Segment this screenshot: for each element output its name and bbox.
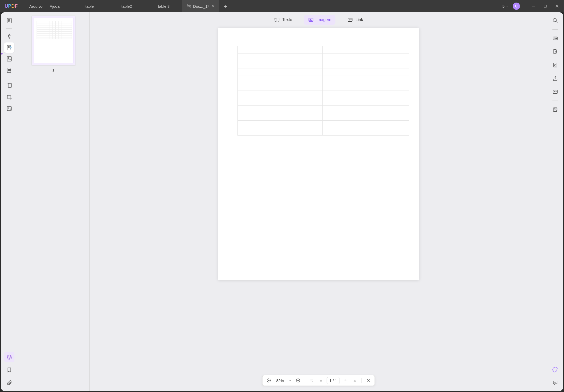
prev-page-button[interactable] [317,377,324,384]
tab-doc1[interactable]: Doc..._1* ✕ [182,0,219,12]
email-button[interactable] [551,87,560,96]
svg-rect-44 [553,90,558,94]
pagebar-separator [305,378,305,383]
edit-image-label: Imagem [317,17,331,22]
table-row [238,68,409,76]
layers-tool[interactable] [4,352,14,362]
thumbnail-panel: 1 [18,12,90,391]
bookmark-tool[interactable] [4,365,14,375]
svg-rect-47 [554,110,556,111]
annotate-tool[interactable] [4,31,14,41]
svg-text:OCR: OCR [554,38,558,39]
svg-rect-21 [8,83,11,87]
notifications-count: 5 [502,4,505,8]
menu-help[interactable]: Ajuda [46,4,63,8]
svg-line-38 [556,21,558,23]
table-row [238,46,409,54]
window-maximize-button[interactable] [540,2,550,10]
zoom-value: 82% [274,378,286,383]
last-page-button[interactable] [351,377,358,384]
document-table [237,46,409,136]
table-row [238,121,409,128]
svg-rect-22 [7,106,11,111]
pagebar-separator [362,378,362,383]
toolbar-separator [552,29,558,30]
edit-link-button[interactable]: Link [343,15,367,25]
zoom-in-button[interactable] [294,377,302,384]
form-tool[interactable] [4,54,14,64]
svg-rect-46 [554,108,556,109]
svg-rect-43 [554,65,556,66]
svg-rect-19 [8,69,11,70]
organize-tool[interactable] [4,81,14,91]
ocr-button[interactable]: OCR [551,34,560,43]
table-row [238,91,409,98]
svg-rect-41 [553,50,557,54]
tab-table3[interactable]: table 3 [145,0,182,12]
edit-text-label: Texto [282,17,292,22]
crop-tool[interactable] [4,92,14,102]
edit-text-button[interactable]: Texto [270,15,296,25]
zoom-out-button[interactable] [265,377,272,384]
titlebar: UPDF Arquivo Ajuda table table2 table 3 … [0,0,564,12]
menu-file[interactable]: Arquivo [26,4,46,8]
svg-point-37 [553,19,557,22]
tabs-container: table table2 table 3 Doc..._1* ✕ ＋ [71,0,232,12]
table-row [238,128,409,136]
tab-add-button[interactable]: ＋ [219,0,232,12]
user-avatar[interactable]: U [513,3,520,10]
edit-tool[interactable] [4,42,14,53]
window-minimize-button[interactable] [528,2,538,10]
thumbnail-page-1[interactable] [32,16,75,65]
table-row [238,113,409,121]
compress-tool[interactable] [4,103,14,114]
notifications-button[interactable]: 5 [500,3,511,10]
svg-rect-2 [544,5,546,7]
main-canvas: Texto Imagem Link [90,12,548,391]
tab-table2[interactable]: table2 [108,0,145,12]
table-row [238,61,409,68]
page-number-input[interactable]: 1 / 1 [327,377,340,384]
svg-rect-14 [8,58,9,58]
attachment-tool[interactable] [4,378,14,388]
table-row [238,83,409,91]
toolbar-separator [552,101,558,101]
left-toolbar [1,12,18,391]
redact-tool[interactable] [4,65,14,75]
no-preview-icon [187,4,191,9]
svg-rect-16 [8,59,9,60]
window-controls-group: 5 U [500,2,564,10]
tab-table[interactable]: table [71,0,108,12]
right-toolbar: OCR [548,12,563,391]
zoom-dropdown-icon[interactable]: ▼ [288,379,292,382]
tab-label: table [85,4,94,8]
tab-label: table2 [121,4,132,8]
page-number-value: 1 / 1 [329,378,337,383]
app-logo: UPDF [0,4,22,9]
reader-tool[interactable] [4,15,14,26]
toolbar-separator [6,78,12,78]
next-page-button[interactable] [342,377,349,384]
edit-image-button[interactable]: Imagem [304,15,336,25]
svg-rect-13 [7,57,11,61]
page-navigation-bar: 82% ▼ 1 / 1 [262,375,375,386]
tab-close-icon[interactable]: ✕ [212,4,215,8]
pagebar-close-button[interactable] [365,377,372,384]
share-button[interactable] [551,74,560,83]
active-tool-indicator [1,53,3,55]
window-separator [524,4,524,9]
toolbar-separator [6,28,12,29]
table-row [238,106,409,113]
ai-assistant-button[interactable] [551,365,560,374]
edit-link-label: Link [355,17,363,22]
document-page[interactable] [218,28,419,280]
menu-separator [24,3,24,9]
save-button[interactable] [551,105,560,114]
edit-toolbar: Texto Imagem Link [270,15,367,25]
protect-button[interactable] [551,60,560,70]
convert-button[interactable] [551,47,560,56]
window-close-button[interactable] [552,2,562,10]
comment-button[interactable] [551,378,560,387]
first-page-button[interactable] [308,377,315,384]
search-button[interactable] [551,16,560,25]
